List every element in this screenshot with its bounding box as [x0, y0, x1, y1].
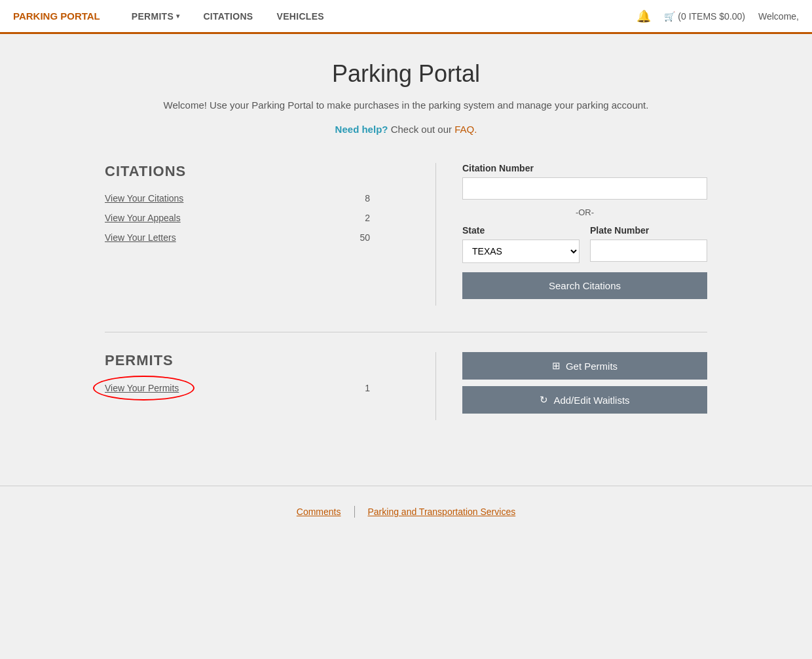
refresh-icon: ↻ — [540, 394, 548, 406]
navbar: PARKING PORTAL PERMITS ▾ CITATIONS VEHIC… — [0, 0, 812, 34]
parking-services-link[interactable]: Parking and Transportation Services — [355, 507, 529, 517]
citations-count: 8 — [365, 193, 370, 204]
view-citations-link[interactable]: View Your Citations — [105, 193, 183, 204]
faq-link[interactable]: FAQ. — [454, 124, 477, 135]
get-permits-button[interactable]: ⊞ Get Permits — [462, 352, 707, 380]
permits-row: PERMITS View Your Permits 1 ⊞ Get Permit… — [105, 352, 707, 446]
citations-right: Citation Number -OR- State TEXAS ALABAMA… — [436, 163, 707, 306]
citations-list-item-0: View Your Citations 8 — [105, 193, 409, 204]
add-edit-waitlists-button[interactable]: ↻ Add/Edit Waitlists — [462, 386, 707, 414]
hero-section: Parking Portal Welcome! Use your Parking… — [105, 60, 707, 137]
main-content: Parking Portal Welcome! Use your Parking… — [92, 34, 720, 486]
permits-icon: ⊞ — [552, 360, 561, 372]
view-letters-link[interactable]: View Your Letters — [105, 232, 176, 243]
state-field-group: State TEXAS ALABAMA ALASKA ARIZONA ARKAN… — [462, 225, 580, 263]
citations-row: CITATIONS View Your Citations 8 View You… — [105, 163, 707, 332]
page-title: Parking Portal — [105, 60, 707, 88]
citation-number-input[interactable] — [462, 177, 707, 200]
permits-left: PERMITS View Your Permits 1 — [105, 352, 436, 420]
footer: Comments Parking and Transportation Serv… — [0, 486, 812, 537]
nav-right: 🔔 🛒 (0 ITEMS $0.00) Welcome, — [637, 9, 799, 24]
view-appeals-link[interactable]: View Your Appeals — [105, 213, 181, 223]
footer-links: Comments Parking and Transportation Serv… — [13, 506, 799, 518]
or-divider: -OR- — [462, 207, 707, 217]
nav-link-vehicles[interactable]: VEHICLES — [265, 0, 336, 33]
nav-brand[interactable]: PARKING PORTAL — [13, 10, 100, 22]
citations-list-item-1: View Your Appeals 2 — [105, 213, 409, 223]
chevron-down-icon: ▾ — [176, 12, 179, 20]
letters-count: 50 — [360, 232, 370, 243]
need-help-text: Check out our — [391, 124, 455, 135]
view-permits-circle: View Your Permits — [105, 382, 179, 394]
appeals-count: 2 — [365, 213, 370, 223]
nav-link-permits[interactable]: PERMITS ▾ — [120, 0, 192, 33]
help-text: Need help? Check out our FAQ. — [105, 122, 707, 137]
plate-number-input[interactable] — [590, 240, 707, 262]
plate-label: Plate Number — [590, 225, 707, 236]
permits-title: PERMITS — [105, 352, 409, 369]
permits-right: ⊞ Get Permits ↻ Add/Edit Waitlists — [436, 352, 707, 420]
welcome-text: Welcome, — [758, 11, 799, 22]
plate-field-group: Plate Number — [590, 225, 707, 263]
citations-list-item-2: View Your Letters 50 — [105, 232, 409, 243]
state-label: State — [462, 225, 580, 236]
citations-left: CITATIONS View Your Citations 8 View You… — [105, 163, 436, 306]
need-help-label: Need help? — [335, 124, 388, 135]
citations-title: CITATIONS — [105, 163, 409, 180]
state-plate-fields: State TEXAS ALABAMA ALASKA ARIZONA ARKAN… — [462, 225, 707, 263]
state-select[interactable]: TEXAS ALABAMA ALASKA ARIZONA ARKANSAS CA… — [462, 240, 580, 263]
nav-links: PERMITS ▾ CITATIONS VEHICLES — [120, 0, 637, 33]
search-citations-button[interactable]: Search Citations — [462, 272, 707, 299]
bell-icon[interactable]: 🔔 — [637, 9, 651, 24]
comments-link[interactable]: Comments — [284, 507, 354, 517]
cart-icon[interactable]: 🛒 (0 ITEMS $0.00) — [664, 11, 745, 22]
permits-list-item-0: View Your Permits 1 — [105, 382, 409, 394]
view-permits-link[interactable]: View Your Permits — [105, 383, 179, 393]
nav-link-citations[interactable]: CITATIONS — [191, 0, 265, 33]
permits-count: 1 — [365, 383, 370, 393]
hero-description: Welcome! Use your Parking Portal to make… — [105, 98, 707, 113]
citation-number-label: Citation Number — [462, 163, 707, 173]
